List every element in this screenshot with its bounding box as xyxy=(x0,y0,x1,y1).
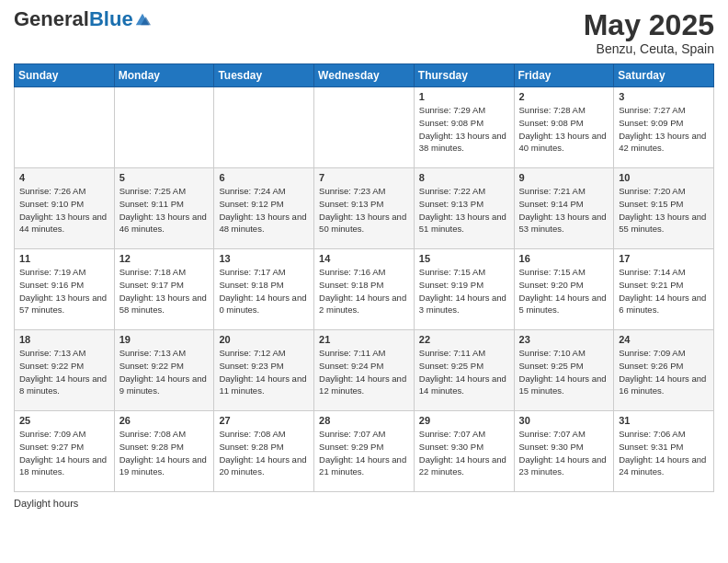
table-row: 27Sunrise: 7:08 AM Sunset: 9:28 PM Dayli… xyxy=(214,411,314,492)
day-info: Sunrise: 7:07 AM Sunset: 9:29 PM Dayligh… xyxy=(319,428,409,478)
day-info: Sunrise: 7:28 AM Sunset: 9:08 PM Dayligh… xyxy=(519,104,609,155)
day-number: 7 xyxy=(319,172,409,183)
day-number: 25 xyxy=(19,415,109,426)
table-row: 19Sunrise: 7:13 AM Sunset: 9:22 PM Dayli… xyxy=(114,330,214,411)
col-tuesday: Tuesday xyxy=(214,64,314,87)
day-info: Sunrise: 7:26 AM Sunset: 9:10 PM Dayligh… xyxy=(19,185,109,236)
calendar-week-row: 4Sunrise: 7:26 AM Sunset: 9:10 PM Daylig… xyxy=(15,168,714,249)
day-number: 15 xyxy=(419,253,509,264)
table-row: 12Sunrise: 7:18 AM Sunset: 9:17 PM Dayli… xyxy=(114,249,214,330)
table-row: 11Sunrise: 7:19 AM Sunset: 9:16 PM Dayli… xyxy=(15,249,115,330)
col-saturday: Saturday xyxy=(614,64,714,87)
table-row: 5Sunrise: 7:25 AM Sunset: 9:11 PM Daylig… xyxy=(114,168,214,249)
calendar-week-row: 18Sunrise: 7:13 AM Sunset: 9:22 PM Dayli… xyxy=(15,330,714,411)
day-info: Sunrise: 7:11 AM Sunset: 9:24 PM Dayligh… xyxy=(319,347,409,397)
day-number: 31 xyxy=(619,415,709,426)
table-row: 9Sunrise: 7:21 AM Sunset: 9:14 PM Daylig… xyxy=(514,168,614,249)
day-info: Sunrise: 7:27 AM Sunset: 9:09 PM Dayligh… xyxy=(619,104,709,155)
day-number: 12 xyxy=(119,253,210,264)
month-title: May 2025 xyxy=(584,9,714,41)
day-number: 16 xyxy=(519,253,609,264)
table-row: 31Sunrise: 7:06 AM Sunset: 9:31 PM Dayli… xyxy=(614,411,714,492)
table-row: 7Sunrise: 7:23 AM Sunset: 9:13 PM Daylig… xyxy=(314,168,415,249)
day-number: 23 xyxy=(519,334,609,345)
day-info: Sunrise: 7:13 AM Sunset: 9:22 PM Dayligh… xyxy=(19,347,109,397)
day-number: 4 xyxy=(19,172,109,183)
day-info: Sunrise: 7:29 AM Sunset: 9:08 PM Dayligh… xyxy=(419,104,509,155)
table-row: 22Sunrise: 7:11 AM Sunset: 9:25 PM Dayli… xyxy=(414,330,514,411)
table-row xyxy=(114,87,214,168)
day-info: Sunrise: 7:22 AM Sunset: 9:13 PM Dayligh… xyxy=(419,185,509,236)
logo-general: GeneralBlue xyxy=(14,9,133,29)
day-number: 13 xyxy=(219,253,309,264)
table-row: 24Sunrise: 7:09 AM Sunset: 9:26 PM Dayli… xyxy=(614,330,714,411)
table-row: 3Sunrise: 7:27 AM Sunset: 9:09 PM Daylig… xyxy=(614,87,714,168)
table-row: 29Sunrise: 7:07 AM Sunset: 9:30 PM Dayli… xyxy=(414,411,514,492)
table-row: 13Sunrise: 7:17 AM Sunset: 9:18 PM Dayli… xyxy=(214,249,314,330)
day-info: Sunrise: 7:14 AM Sunset: 9:21 PM Dayligh… xyxy=(619,266,709,316)
location: Benzu, Ceuta, Spain xyxy=(584,41,714,56)
table-row: 18Sunrise: 7:13 AM Sunset: 9:22 PM Dayli… xyxy=(15,330,115,411)
table-row: 26Sunrise: 7:08 AM Sunset: 9:28 PM Dayli… xyxy=(114,411,214,492)
table-row: 25Sunrise: 7:09 AM Sunset: 9:27 PM Dayli… xyxy=(15,411,115,492)
day-info: Sunrise: 7:07 AM Sunset: 9:30 PM Dayligh… xyxy=(519,428,609,478)
table-row xyxy=(15,87,115,168)
table-row: 4Sunrise: 7:26 AM Sunset: 9:10 PM Daylig… xyxy=(15,168,115,249)
day-info: Sunrise: 7:10 AM Sunset: 9:25 PM Dayligh… xyxy=(519,347,609,397)
day-number: 8 xyxy=(419,172,509,183)
table-row: 6Sunrise: 7:24 AM Sunset: 9:12 PM Daylig… xyxy=(214,168,314,249)
col-wednesday: Wednesday xyxy=(314,64,415,87)
day-info: Sunrise: 7:09 AM Sunset: 9:26 PM Dayligh… xyxy=(619,347,709,397)
table-row: 1Sunrise: 7:29 AM Sunset: 9:08 PM Daylig… xyxy=(414,87,514,168)
day-info: Sunrise: 7:19 AM Sunset: 9:16 PM Dayligh… xyxy=(19,266,109,316)
day-info: Sunrise: 7:07 AM Sunset: 9:30 PM Dayligh… xyxy=(419,428,509,478)
day-info: Sunrise: 7:08 AM Sunset: 9:28 PM Dayligh… xyxy=(219,428,309,478)
day-number: 11 xyxy=(19,253,109,264)
day-number: 3 xyxy=(619,91,709,102)
day-number: 22 xyxy=(419,334,509,345)
table-row xyxy=(214,87,314,168)
day-number: 26 xyxy=(119,415,210,426)
col-thursday: Thursday xyxy=(414,64,514,87)
day-info: Sunrise: 7:11 AM Sunset: 9:25 PM Dayligh… xyxy=(419,347,509,397)
day-info: Sunrise: 7:08 AM Sunset: 9:28 PM Dayligh… xyxy=(119,428,210,478)
table-row: 10Sunrise: 7:20 AM Sunset: 9:15 PM Dayli… xyxy=(614,168,714,249)
day-number: 2 xyxy=(519,91,609,102)
table-row xyxy=(314,87,415,168)
day-info: Sunrise: 7:23 AM Sunset: 9:13 PM Dayligh… xyxy=(319,185,409,236)
day-info: Sunrise: 7:24 AM Sunset: 9:12 PM Dayligh… xyxy=(219,185,309,236)
day-info: Sunrise: 7:16 AM Sunset: 9:18 PM Dayligh… xyxy=(319,266,409,316)
day-number: 20 xyxy=(219,334,309,345)
day-info: Sunrise: 7:25 AM Sunset: 9:11 PM Dayligh… xyxy=(119,185,210,236)
day-number: 30 xyxy=(519,415,609,426)
table-row: 17Sunrise: 7:14 AM Sunset: 9:21 PM Dayli… xyxy=(614,249,714,330)
logo-icon xyxy=(134,11,151,28)
day-info: Sunrise: 7:09 AM Sunset: 9:27 PM Dayligh… xyxy=(19,428,109,478)
day-info: Sunrise: 7:13 AM Sunset: 9:22 PM Dayligh… xyxy=(119,347,210,397)
day-number: 6 xyxy=(219,172,309,183)
day-info: Sunrise: 7:17 AM Sunset: 9:18 PM Dayligh… xyxy=(219,266,309,316)
day-number: 29 xyxy=(419,415,509,426)
day-number: 18 xyxy=(19,334,109,345)
col-friday: Friday xyxy=(514,64,614,87)
day-number: 21 xyxy=(319,334,409,345)
day-number: 24 xyxy=(619,334,709,345)
table-row: 23Sunrise: 7:10 AM Sunset: 9:25 PM Dayli… xyxy=(514,330,614,411)
table-row: 21Sunrise: 7:11 AM Sunset: 9:24 PM Dayli… xyxy=(314,330,415,411)
day-number: 27 xyxy=(219,415,309,426)
day-info: Sunrise: 7:18 AM Sunset: 9:17 PM Dayligh… xyxy=(119,266,210,316)
day-number: 28 xyxy=(319,415,409,426)
calendar-week-row: 11Sunrise: 7:19 AM Sunset: 9:16 PM Dayli… xyxy=(15,249,714,330)
col-monday: Monday xyxy=(114,64,214,87)
day-info: Sunrise: 7:15 AM Sunset: 9:20 PM Dayligh… xyxy=(519,266,609,316)
table-row: 2Sunrise: 7:28 AM Sunset: 9:08 PM Daylig… xyxy=(514,87,614,168)
footer-note: Daylight hours xyxy=(14,498,714,509)
day-number: 19 xyxy=(119,334,210,345)
day-number: 14 xyxy=(319,253,409,264)
col-sunday: Sunday xyxy=(15,64,115,87)
calendar-week-row: 25Sunrise: 7:09 AM Sunset: 9:27 PM Dayli… xyxy=(15,411,714,492)
header: GeneralBlue May 2025 Benzu, Ceuta, Spain xyxy=(14,9,714,56)
day-info: Sunrise: 7:21 AM Sunset: 9:14 PM Dayligh… xyxy=(519,185,609,236)
table-row: 15Sunrise: 7:15 AM Sunset: 9:19 PM Dayli… xyxy=(414,249,514,330)
calendar: Sunday Monday Tuesday Wednesday Thursday… xyxy=(14,63,714,492)
